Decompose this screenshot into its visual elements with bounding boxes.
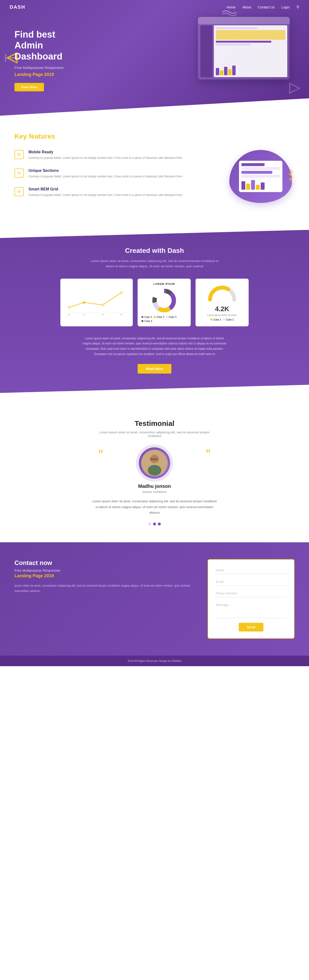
svg-point-22 — [148, 465, 161, 476]
search-icon[interactable]: ⚲ — [296, 5, 299, 10]
contact-heading: Contact now — [14, 559, 193, 566]
nav-about[interactable]: About — [242, 5, 251, 9]
dash-title: Created with Dash — [14, 247, 295, 255]
navbar: DASH Home About Contact Us Login ⚲ — [0, 0, 309, 14]
hero-section: Find best Admin Dashboard Free Multipurp… — [0, 0, 309, 116]
testimonial-role: tempor incididunt — [142, 490, 167, 494]
nav-contact[interactable]: Contact Us — [258, 5, 274, 9]
dash-section: Created with Dash Lorem ipsum dolor sit … — [0, 230, 309, 393]
features-title: Key features — [14, 132, 295, 140]
phone-input[interactable] — [215, 590, 287, 597]
hero-dashboard-image — [193, 10, 295, 87]
message-field — [215, 601, 287, 619]
feature-desc-2: Contrary to popular belief, Lorem Ipsum … — [29, 174, 182, 179]
testimonial-dot-3[interactable] — [158, 523, 161, 525]
nav-links: Home About Contact Us Login ⚲ — [227, 5, 299, 10]
svg-text:03: 03 — [102, 313, 104, 316]
svg-point-14 — [102, 304, 104, 306]
gauge-legend-1: Color 1 — [210, 318, 221, 321]
svg-marker-2 — [290, 83, 299, 93]
legend-color4: Color 4 — [141, 320, 152, 323]
svg-point-13 — [83, 302, 85, 304]
feature-title-3: Smart BEM Grid — [29, 187, 182, 191]
testimonial-dots — [148, 523, 161, 525]
contact-left: Contact now Free Multipurpose Responsive… — [14, 559, 193, 593]
features-title-yellow: Key — [14, 132, 27, 140]
features-image — [227, 150, 295, 203]
feature-item-1: 01 Mobile Ready Contrary to popular beli… — [14, 150, 213, 160]
email-field — [215, 578, 287, 586]
contact-sub2: Landing Page 2019 — [14, 573, 193, 579]
dash-desc: Lorem ipsum dolor sit amet, consectetur … — [87, 258, 222, 269]
testimonial-title: Testimonial — [14, 419, 295, 428]
legend-color1: Color 1 — [141, 316, 152, 318]
features-section: Key features 01 Mobile Ready Contrary to… — [0, 116, 309, 220]
quote-right-icon: ” — [206, 447, 210, 462]
charts-row: 01 02 03 04 LOREM IPSUM — [14, 278, 295, 326]
feature-item-2: 02 Unique Sections Contrary to popular b… — [14, 169, 213, 179]
contact-desc: ipsum dolor sit amet, consectetur adipis… — [14, 583, 193, 593]
name-input[interactable] — [215, 566, 287, 574]
footer-text: 2019 All Rights Reserved. Design by Drib… — [128, 659, 181, 662]
testimonial-avatar — [139, 447, 170, 479]
avatar-svg — [141, 450, 168, 476]
contact-form-card: Send — [208, 559, 295, 639]
features-wave-deco — [287, 169, 299, 185]
contact-section: Contact now Free Multipurpose Responsive… — [0, 542, 309, 655]
feature-desc-3: Contrary to popular belief, Lorem Ipsum … — [29, 193, 182, 197]
testimonial-section: Testimonial Lorem ipsum dolor sit amet, … — [0, 402, 309, 542]
dash-cta-button[interactable]: Read More — [138, 364, 171, 374]
name-field — [215, 566, 287, 574]
contact-sub1: Free Multipurpose Responsive — [14, 569, 193, 573]
donut-chart-svg — [151, 287, 178, 314]
dash-long-desc: Lorem ipsum dolor sit amet, consectetur … — [82, 336, 227, 357]
gauge-sub: Lorem ipsum dolor sit amet, — [207, 314, 237, 317]
quote-left-icon: “ — [99, 447, 103, 462]
gauge-legend-2: Color 2 — [223, 318, 234, 321]
footer: 2019 All Rights Reserved. Design by Drib… — [0, 655, 309, 666]
feature-num-2: 02 — [14, 169, 24, 178]
line-chart-card: 01 02 03 04 — [60, 278, 133, 326]
gauge-chart-card: 4.2K Lorem ipsum dolor sit amet, Color 1… — [195, 278, 249, 326]
svg-point-15 — [120, 291, 122, 293]
phone-field — [215, 590, 287, 597]
svg-point-12 — [68, 306, 70, 308]
testimonial-desc: Lorem ipsum dolor sit amet, consectetur … — [96, 431, 213, 438]
nav-logo: DASH — [10, 4, 26, 10]
feature-item-3: 03 Smart BEM Grid Contrary to popular be… — [14, 187, 213, 197]
testimonial-text: Lorem ipsum dolor sit amet, consectetur … — [92, 498, 217, 515]
hero-content: Find best Admin Dashboard Free Multipurp… — [14, 29, 64, 92]
nav-home[interactable]: Home — [227, 5, 235, 9]
message-input[interactable] — [215, 601, 287, 618]
email-input[interactable] — [215, 578, 287, 586]
feature-title-1: Mobile Ready — [29, 150, 182, 154]
testimonial-dot-2[interactable] — [153, 523, 156, 525]
feature-title-2: Unique Sections — [29, 169, 182, 173]
nav-login[interactable]: Login — [282, 5, 290, 9]
svg-text:02: 02 — [83, 313, 85, 316]
gauge-value: 4.2K — [215, 305, 229, 313]
hero-sub1: Free Multipurpose Responsive — [14, 65, 64, 71]
testimonial-dot-1[interactable] — [148, 523, 151, 525]
gauge-svg — [207, 284, 238, 303]
donut-title: LOREM IPSUM — [154, 283, 175, 285]
testimonial-name: Madhu jonson — [138, 484, 171, 489]
donut-chart-card: LOREM IPSUM Color 1 Color 2 Color 3 — [138, 278, 191, 326]
hero-headline: Find best Admin Dashboard — [14, 29, 64, 62]
feature-num-3: 03 — [14, 187, 24, 196]
legend-color3: Color 3 — [166, 316, 176, 318]
svg-text:01: 01 — [68, 313, 70, 316]
line-chart-svg: 01 02 03 04 — [64, 288, 129, 317]
feature-num-1: 01 — [14, 150, 24, 159]
testimonial-body: “ ” Madhu jonson tempor incididunt — [14, 447, 295, 525]
submit-button[interactable]: Send — [239, 623, 263, 632]
hero-cta-button[interactable]: Read More — [14, 83, 44, 91]
svg-text:04: 04 — [120, 313, 123, 316]
hero-sub2: Landing Page 2019 — [14, 72, 64, 77]
legend-color2: Color 2 — [154, 316, 164, 318]
hero-right-arrow-icon — [287, 81, 302, 96]
feature-desc-1: Contrary to popular belief, Lorem Ipsum … — [29, 156, 182, 160]
features-list: 01 Mobile Ready Contrary to popular beli… — [14, 150, 213, 206]
